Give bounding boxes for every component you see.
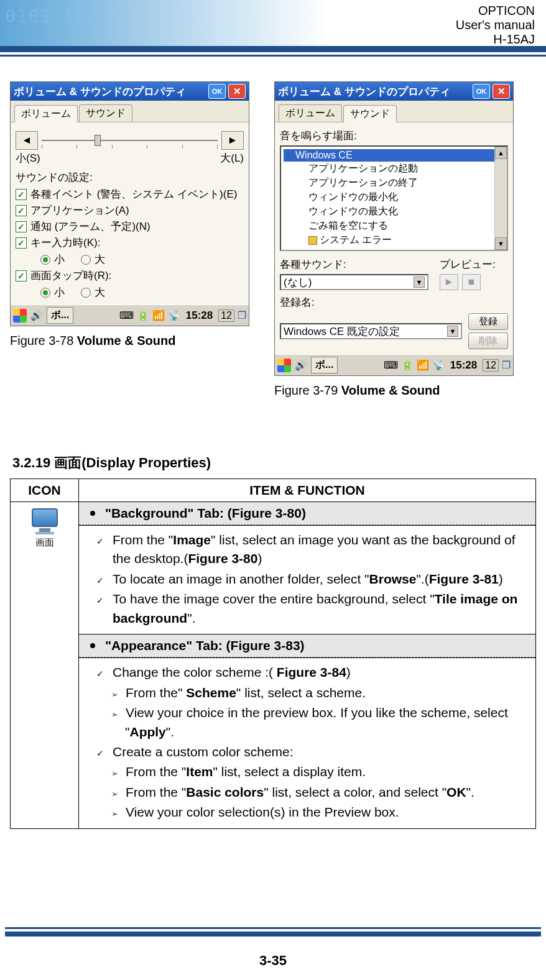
background-items: From the "Image" list, select an image y… <box>79 526 535 634</box>
checkbox-notify[interactable]: ✓ <box>16 221 27 232</box>
volume-down-button[interactable]: ◄ <box>16 131 38 150</box>
taskbar: 🔊 ボ... ⌨ 🔋 📶 📡 15:28 12 ❐ <box>275 354 513 375</box>
tab-volume[interactable]: ボリューム <box>279 104 342 122</box>
page-banner: 0101 10 OPTICON User's manual H-15AJ <box>0 0 546 46</box>
tray-windows-icon[interactable]: ❐ <box>502 359 511 371</box>
list-item[interactable]: ウィンドウの最大化 <box>284 204 507 219</box>
checkbox-keys[interactable]: ✓ <box>16 237 27 249</box>
stop-button[interactable]: ■ <box>462 274 481 290</box>
label-apps: アプリケーション(A) <box>30 203 129 218</box>
list-item[interactable]: ごみ箱を空にする <box>284 219 507 233</box>
figure-caption-left: Figure 3-78 Volume & Sound <box>10 334 249 348</box>
start-icon[interactable] <box>277 359 291 372</box>
appearance-tab-header: "Appearance" Tab: (Figure 3-83) <box>79 634 535 657</box>
label-large: 大(L) <box>220 151 244 165</box>
header-line2: User's manual <box>456 18 535 32</box>
figure-caption-right: Figure 3-79 Volume & Sound <box>274 383 514 398</box>
list-item[interactable]: システム エラー <box>320 234 392 247</box>
radio-tap-small[interactable] <box>40 288 50 298</box>
header-text: OPTICON User's manual H-15AJ <box>456 4 535 46</box>
volume-slider[interactable] <box>42 131 218 150</box>
tab-sound[interactable]: サウンド <box>343 105 397 122</box>
taskbar-volume-icon[interactable]: 🔊 <box>295 359 307 371</box>
taskbar-volume-icon[interactable]: 🔊 <box>30 309 43 321</box>
volume-up-button[interactable]: ► <box>221 131 244 150</box>
label-keys: キー入力時(K): <box>30 236 100 250</box>
windows-icon: ❖ <box>285 150 293 160</box>
start-icon[interactable] <box>13 309 27 323</box>
tray-signal-icon[interactable]: 📶 <box>152 309 165 321</box>
tray-cal[interactable]: 12 <box>483 359 499 372</box>
preview-label: プレビュー: <box>440 257 508 272</box>
list-item[interactable]: ウィンドウの最小化 <box>284 190 507 204</box>
banner-decor: 0101 10 <box>5 6 87 27</box>
tray-windows-icon[interactable]: ❐ <box>238 309 246 321</box>
scheme-dropdown[interactable]: Windows CE 既定の設定▼ <box>280 323 462 339</box>
tray-keyboard-icon[interactable]: ⌨ <box>384 359 398 371</box>
checkbox-events[interactable]: ✓ <box>16 189 27 200</box>
background-tab-header: "Background" Tab: (Figure 3-80) <box>79 502 535 525</box>
window-titlebar: ボリューム & サウンドのプロパティ OK ✕ <box>11 82 249 101</box>
checkbox-apps[interactable]: ✓ <box>16 205 27 216</box>
tray-antenna-icon[interactable]: 📡 <box>432 359 445 371</box>
tray-signal-icon[interactable]: 📶 <box>417 359 429 371</box>
th-function: ITEM & FUNCTION <box>79 479 536 502</box>
checkbox-tap[interactable]: ✓ <box>16 270 27 282</box>
function-table: ICON ITEM & FUNCTION 画面 "Background" Tab… <box>10 479 536 829</box>
window-title: ボリューム & サウンドのプロパティ <box>14 85 206 99</box>
taskbar: 🔊 ボ... ⌨ 🔋 📶 📡 15:28 12 ❐ <box>11 305 249 326</box>
tray-keyboard-icon[interactable]: ⌨ <box>119 309 134 321</box>
scrollbar[interactable]: ▲▼ <box>494 147 507 250</box>
ok-button[interactable]: OK <box>208 84 226 99</box>
tray-clock: 15:28 <box>183 309 215 322</box>
header-rule-thick <box>0 46 546 52</box>
sound-events-list[interactable]: ❖Windows CE アプリケーションの起動 アプリケーションの終了 ウィンド… <box>280 145 508 251</box>
chevron-down-icon[interactable]: ▼ <box>414 277 425 288</box>
register-button[interactable]: 登録 <box>468 313 508 330</box>
close-button[interactable]: ✕ <box>493 84 510 99</box>
label-key-small: 小 <box>54 252 65 267</box>
label-key-large: 大 <box>95 252 105 267</box>
th-icon: ICON <box>11 479 79 502</box>
radio-key-large[interactable] <box>81 255 91 265</box>
list-item[interactable]: アプリケーションの起動 <box>284 162 507 176</box>
tray-battery-icon[interactable]: 🔋 <box>137 309 149 321</box>
list-item[interactable]: アプリケーションの終了 <box>284 176 507 190</box>
label-notify: 通知 (アラーム、予定)(N) <box>30 219 150 234</box>
ok-button[interactable]: OK <box>473 84 490 99</box>
tab-volume[interactable]: ボリューム <box>14 105 78 122</box>
tray-antenna-icon[interactable]: 📡 <box>168 309 180 321</box>
play-button[interactable]: ► <box>440 274 458 290</box>
header-line1: OPTICON <box>456 4 535 18</box>
label-tap-large: 大 <box>95 285 105 300</box>
page-number: 3-35 <box>0 953 546 969</box>
delete-button: 削除 <box>468 332 508 349</box>
sound-dropdown[interactable]: (なし)▼ <box>280 274 428 290</box>
icon-label: 画面 <box>13 537 76 549</box>
label-tap-small: 小 <box>54 285 65 300</box>
label-tap: 画面タップ時(R): <box>30 268 111 283</box>
list-item[interactable]: Windows CE <box>295 150 353 161</box>
taskbar-app[interactable]: ボ... <box>311 357 338 373</box>
close-button[interactable]: ✕ <box>228 84 246 99</box>
tray-cal[interactable]: 12 <box>218 309 234 322</box>
tray-clock: 15:28 <box>448 359 479 372</box>
scene-label: 音を鳴らす場面: <box>280 129 508 143</box>
radio-tap-large[interactable] <box>81 288 91 298</box>
label-small: 小(S) <box>16 151 40 165</box>
tray-battery-icon[interactable]: 🔋 <box>401 359 414 371</box>
speaker-icon <box>308 236 317 245</box>
chevron-down-icon[interactable]: ▼ <box>447 326 458 337</box>
label-events: 各種イベント (警告、システム イベント)(E) <box>30 187 237 201</box>
tab-sound[interactable]: サウンド <box>79 104 132 122</box>
sound-window: ボリューム & サウンドのプロパティ OK ✕ ボリューム サウンド 音を鳴らす… <box>274 81 514 376</box>
various-sound-label: 各種サウンド: <box>280 257 428 272</box>
taskbar-app[interactable]: ボ... <box>47 307 73 324</box>
appearance-items: Change the color scheme :( Figure 3-84) … <box>79 658 535 828</box>
window-titlebar: ボリューム & サウンドのプロパティ OK ✕ <box>275 82 513 101</box>
volume-window: ボリューム & サウンドのプロパティ OK ✕ ボリューム サウンド ◄ <box>10 81 249 326</box>
register-label: 登録名: <box>280 295 508 309</box>
footer-rule-thin <box>5 927 541 929</box>
radio-key-small[interactable] <box>40 255 50 265</box>
sound-settings-label: サウンドの設定: <box>16 170 244 185</box>
